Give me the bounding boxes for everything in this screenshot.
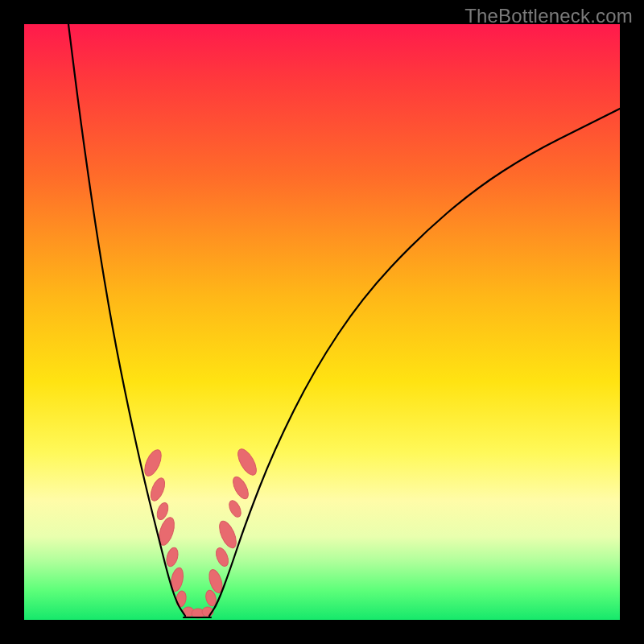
marker-right-6 [234,446,260,477]
right-branch-curve [209,109,620,616]
marker-left-1 [148,476,167,502]
marker-right-2 [213,546,230,568]
marker-right-5 [230,474,251,501]
marker-right-4 [227,498,243,518]
marker-left-4 [164,547,180,568]
marker-left-0 [142,448,165,478]
marker-left-6 [175,590,187,608]
chart-svg [24,24,620,620]
marker-right-3 [216,518,239,550]
